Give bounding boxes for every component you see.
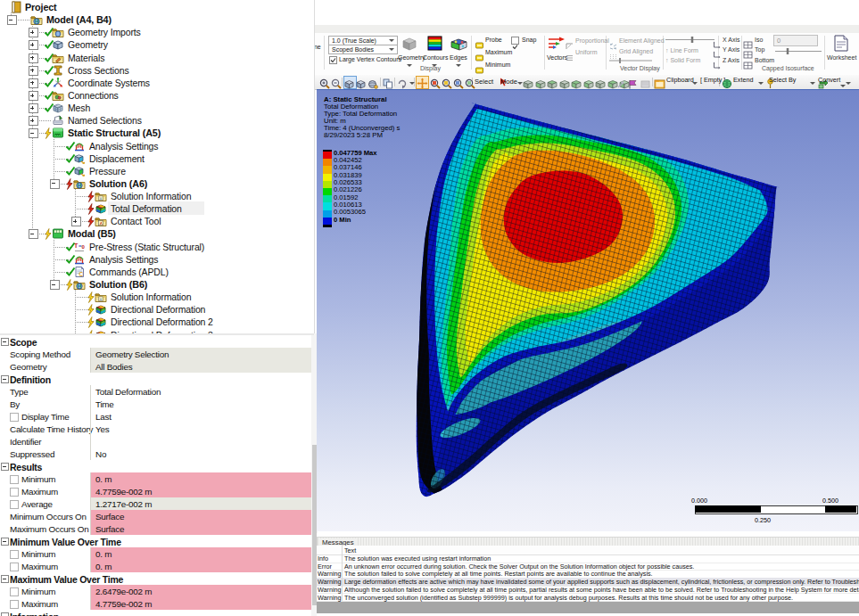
svg-text:0: 0 xyxy=(82,244,86,250)
svg-text:C: C xyxy=(79,271,84,277)
